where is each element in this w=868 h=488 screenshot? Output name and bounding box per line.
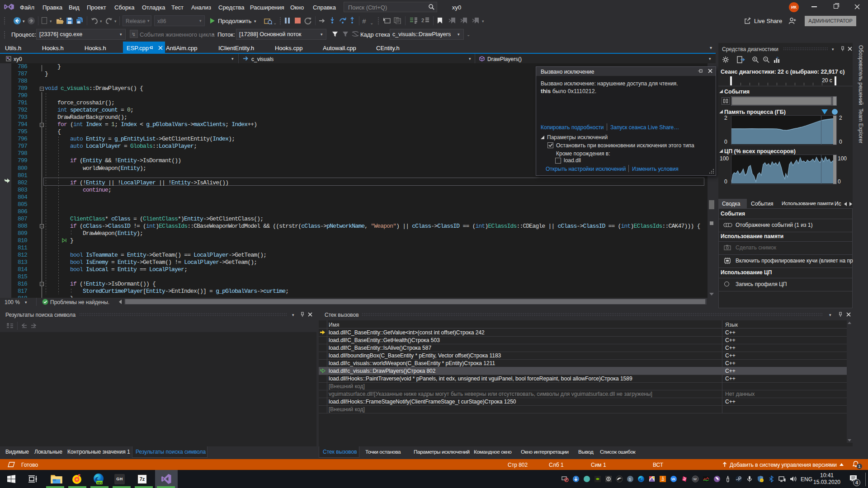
svg-text:W: W	[693, 477, 697, 481]
svg-text:DEV: DEV	[97, 482, 103, 484]
svg-text:?: ?	[776, 56, 778, 61]
svg-text:5: 5	[629, 477, 631, 482]
svg-text:2: 2	[421, 18, 424, 23]
svg-text:VK: VK	[671, 478, 675, 481]
